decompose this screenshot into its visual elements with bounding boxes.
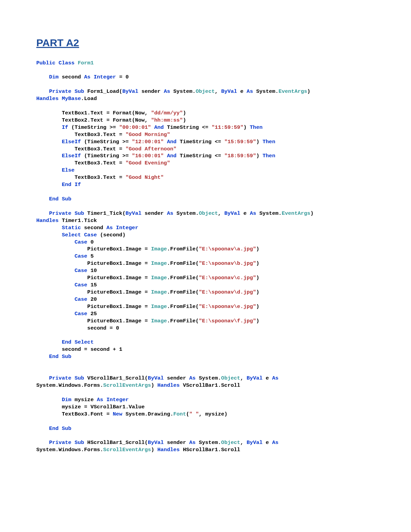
kw-select-case: Select Case	[62, 232, 97, 238]
paren-close: )	[256, 318, 259, 324]
kw-private-sub: Private Sub	[49, 375, 84, 381]
kw-as: As	[272, 375, 278, 381]
kw-dim: Dim	[62, 397, 71, 403]
kw-as-integer: As Integer	[84, 74, 116, 80]
kw-elseif: ElseIf	[62, 139, 81, 145]
kw-as-integer: As Integer	[107, 225, 138, 231]
mysize-assign: mysize = VScrollBar1.Value	[62, 404, 145, 410]
comma: ,	[240, 440, 243, 446]
kw-dim: Dim	[49, 74, 59, 80]
type-eventargs: EventArgs	[282, 210, 310, 216]
paren-close: )	[256, 153, 259, 159]
page-title: PART A2	[36, 36, 373, 50]
sub-name-vscroll: VScrollBar1_Scroll(	[87, 375, 148, 381]
case-num: 20	[90, 296, 97, 302]
paren-close: )	[183, 110, 186, 116]
kw-case: Case	[75, 311, 87, 317]
param-sender: sender	[145, 210, 164, 216]
str-path-f: "E:\spoonav\f.jpg"	[199, 318, 256, 324]
tb3-assign: TextBox3.Text =	[75, 174, 123, 181]
kw-endif: End If	[62, 182, 81, 188]
str-path-a: "E:\spoonav\a.jpg"	[199, 246, 256, 252]
kw-static: Static	[62, 225, 81, 231]
str-path-c: "E:\spoonav\c.jpg"	[199, 275, 256, 281]
fromfile: .FromFile(	[167, 289, 199, 295]
str-120001: "12:00:01"	[132, 139, 164, 145]
comma: ,	[215, 88, 218, 95]
fromfile: .FromFile(	[167, 246, 199, 252]
str-155959: "15:59:59"	[224, 139, 256, 145]
type-image: Image	[151, 275, 167, 281]
var-second: second	[62, 74, 81, 80]
handles-target: HScrollBar1.Scroll	[183, 447, 240, 453]
if-open: (TimeString >=	[71, 124, 116, 131]
type-scrolleventargs: ScrollEventArgs	[103, 382, 151, 388]
param-sender: sender	[141, 88, 161, 95]
var-mysize: mysize	[75, 397, 94, 403]
paren-close: )	[310, 210, 313, 216]
kw-case: Case	[75, 253, 87, 259]
elif-mid: TimeString <=	[180, 153, 221, 159]
ns-system: System.	[173, 88, 196, 95]
textbox2-assign: TextBox2.Text = Format(Now,	[62, 117, 148, 123]
class-name: Form1	[78, 60, 94, 66]
kw-then: Then	[263, 139, 275, 145]
kw-byval: ByVal	[247, 375, 263, 381]
kw-byval: ByVal	[125, 210, 141, 216]
kw-and: And	[167, 139, 176, 145]
str-000001: "00:00:01"	[119, 124, 151, 131]
kw-byval: ByVal	[148, 440, 164, 446]
case-num: 10	[90, 268, 97, 274]
kw-as: As	[189, 440, 196, 446]
font-rest: , mysize)	[199, 411, 227, 417]
tb3-assign: TextBox3.Text =	[75, 132, 123, 138]
str-path-b: "E:\spoonav\b.jpg"	[199, 260, 256, 267]
kw-handles: Handles	[158, 447, 180, 453]
sub-name-form1-load: Form1_Load(	[87, 88, 122, 95]
kw-then: Then	[250, 124, 262, 131]
var-second: second	[84, 225, 103, 231]
kw-private-sub: Private Sub	[49, 88, 84, 95]
font-assign-left: TextBox3.Font =	[62, 411, 110, 417]
kw-and: And	[154, 124, 164, 131]
type-object: Object	[199, 210, 218, 216]
case-num: 0	[90, 239, 94, 245]
kw-byval: ByVal	[122, 88, 138, 95]
ns-system: System.	[256, 88, 278, 95]
param-sender: sender	[167, 375, 186, 381]
pb-assign: PictureBox1.Image =	[87, 289, 148, 295]
ns-system: System.	[259, 210, 282, 216]
type-image: Image	[151, 304, 167, 310]
elif-mid: TimeString <=	[180, 139, 221, 145]
pb-assign: PictureBox1.Image =	[87, 304, 148, 310]
kw-mybase: MyBase	[62, 96, 81, 102]
kw-as: As	[272, 440, 278, 446]
ns-system: System.	[199, 375, 221, 381]
kw-then: Then	[263, 153, 275, 159]
type-object: Object	[221, 440, 240, 446]
paren-close: )	[256, 260, 259, 267]
fromfile: .FromFile(	[167, 318, 199, 324]
str-good-night: "Good Night"	[125, 174, 164, 181]
handles-target: VScrollBar1.Scroll	[183, 382, 240, 388]
kw-byval: ByVal	[221, 88, 237, 95]
kw-byval: ByVal	[247, 440, 263, 446]
select-expr: (second)	[100, 232, 125, 238]
kw-elseif: ElseIf	[62, 153, 81, 159]
if-mid: TimeString <=	[167, 124, 208, 131]
paren-close: )	[256, 304, 259, 310]
pb-assign: PictureBox1.Image =	[87, 318, 148, 324]
ns-winforms: System.Windows.Forms.	[36, 447, 103, 453]
tb3-assign: TextBox3.Text =	[75, 146, 123, 152]
kw-as: As	[250, 210, 256, 216]
param-e: e	[240, 88, 243, 95]
kw-as: As	[164, 88, 170, 95]
kw-as: As	[167, 210, 173, 216]
dot-load: .Load	[81, 96, 97, 102]
kw-endselect: End Select	[62, 339, 94, 345]
param-e: e	[244, 210, 247, 216]
str-time-fmt: "hh:mm:ss"	[151, 117, 183, 123]
paren-close: )	[307, 88, 310, 95]
str-185959: "18:59:59"	[224, 153, 256, 159]
str-115959: "11:59:59"	[212, 124, 244, 131]
